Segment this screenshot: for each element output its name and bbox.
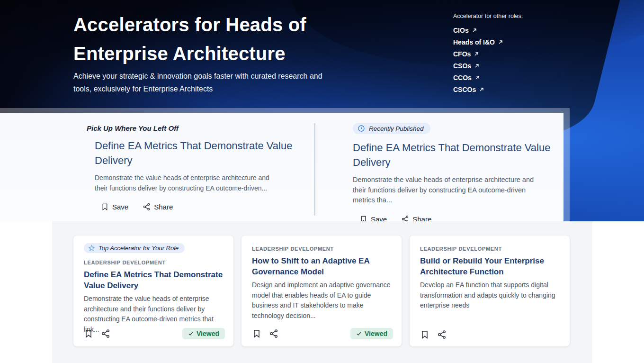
role-link-csos[interactable]: CSOs xyxy=(453,60,523,72)
bookmark-button[interactable] xyxy=(252,329,261,338)
accelerator-card[interactable]: Top Accelerator for Your Role LEADERSHIP… xyxy=(73,236,233,346)
arrow-up-right-icon xyxy=(498,39,503,45)
recently-published-label: Recently Published xyxy=(369,125,424,132)
card-footer: Viewed xyxy=(84,328,225,339)
share-label: Share xyxy=(154,203,173,211)
featured-article-description: Demonstrate the value heads of enterpris… xyxy=(95,173,271,193)
share-button[interactable]: Share xyxy=(143,203,173,211)
role-link-label: CSOs xyxy=(453,62,471,70)
role-link-label: CFOs xyxy=(453,50,471,58)
card-footer: Viewed xyxy=(252,328,393,339)
card-footer xyxy=(420,330,561,339)
card-title[interactable]: Build or Rebuild Your Enterprise Archite… xyxy=(420,255,559,277)
role-link-label: CSCOs xyxy=(453,86,476,93)
arrow-up-right-icon xyxy=(479,87,484,92)
recently-published-badge: Recently Published xyxy=(353,123,430,134)
card-description: Develop an EA function that supports dig… xyxy=(420,280,559,311)
save-button[interactable]: Save xyxy=(101,203,128,211)
card-list: Top Accelerator for Your Role LEADERSHIP… xyxy=(73,236,570,346)
viewed-badge: Viewed xyxy=(350,328,393,339)
share-icon xyxy=(437,330,447,339)
arrow-up-right-icon xyxy=(474,51,479,57)
role-link-cios[interactable]: CIOs xyxy=(453,24,523,36)
star-icon xyxy=(88,245,95,252)
role-link-cfos[interactable]: CFOs xyxy=(453,48,523,60)
bookmark-icon xyxy=(101,203,109,211)
role-link-ccos[interactable]: CCOs xyxy=(453,72,523,83)
page: Accelerators for Heads of Enterprise Arc… xyxy=(0,0,644,363)
pick-up-eyebrow: Pick Up Where You Left Off xyxy=(87,124,314,132)
save-label: Save xyxy=(112,203,128,211)
role-link-cscos[interactable]: CSCOs xyxy=(453,83,523,95)
card-category: LEADERSHIP DEVELOPMENT xyxy=(252,246,391,252)
role-link-label: Heads of I&O xyxy=(453,38,495,46)
other-roles-label: Accelerator for other roles: xyxy=(453,12,523,20)
bookmark-button[interactable] xyxy=(420,330,429,339)
other-roles-nav: Accelerator for other roles: CIOs Heads … xyxy=(453,12,523,95)
role-link-label: CIOs xyxy=(453,27,469,34)
featured-article-title[interactable]: Define EA Metrics That Demonstrate Value… xyxy=(95,138,298,168)
top-accelerator-label: Top Accelerator for Your Role xyxy=(98,245,179,252)
viewed-label: Viewed xyxy=(365,330,387,337)
card-category: LEADERSHIP DEVELOPMENT xyxy=(420,246,559,252)
featured-band: Pick Up Where You Left Off Define EA Met… xyxy=(0,108,570,221)
accelerator-card[interactable]: LEADERSHIP DEVELOPMENT Build or Rebuild … xyxy=(410,236,570,346)
arrow-up-right-icon xyxy=(474,63,480,69)
share-icon xyxy=(269,329,278,338)
viewed-badge: Viewed xyxy=(182,328,225,339)
role-link-heads-of-io[interactable]: Heads of I&O xyxy=(453,36,523,48)
bookmark-button[interactable] xyxy=(84,329,93,338)
share-button[interactable] xyxy=(101,329,110,338)
card-description: Design and implement an adaptive governa… xyxy=(252,280,391,321)
featured-article-title[interactable]: Define EA Metrics That Demonstrate Value… xyxy=(353,140,561,170)
bookmark-icon xyxy=(252,329,261,338)
share-icon xyxy=(101,329,110,338)
card-title[interactable]: Define EA Metrics That Demonstrate Value… xyxy=(84,269,223,291)
check-icon xyxy=(356,331,362,336)
viewed-label: Viewed xyxy=(197,330,219,337)
share-icon xyxy=(143,203,151,211)
share-button[interactable] xyxy=(269,329,278,338)
accelerator-card[interactable]: LEADERSHIP DEVELOPMENT How to Shift to a… xyxy=(242,236,402,346)
pick-up-panel: Pick Up Where You Left Off Define EA Met… xyxy=(0,113,314,221)
page-subtitle: Achieve your strategic & innovation goal… xyxy=(73,70,338,95)
featured-article-description: Demonstrate the value heads of enterpris… xyxy=(353,175,546,206)
bookmark-icon xyxy=(84,329,93,338)
top-accelerator-badge: Top Accelerator for Your Role xyxy=(84,243,185,253)
card-category: LEADERSHIP DEVELOPMENT xyxy=(84,260,223,265)
share-button[interactable] xyxy=(437,330,447,339)
accelerator-cards-section: Top Accelerator for Your Role LEADERSHIP… xyxy=(52,221,592,363)
arrow-up-right-icon xyxy=(472,27,477,33)
bookmark-icon xyxy=(420,330,429,339)
clock-icon xyxy=(358,125,365,132)
featured-panel: Pick Up Where You Left Off Define EA Met… xyxy=(0,113,564,221)
recently-published-panel: Recently Published Define EA Metrics Tha… xyxy=(315,113,564,221)
card-title[interactable]: How to Shift to an Adaptive EA Governanc… xyxy=(252,255,391,277)
page-title: Accelerators for Heads of Enterprise Arc… xyxy=(73,10,348,68)
arrow-up-right-icon xyxy=(474,75,480,81)
check-icon xyxy=(188,331,194,336)
featured-actions: Save Share xyxy=(101,203,314,211)
role-link-label: CCOs xyxy=(453,74,472,82)
